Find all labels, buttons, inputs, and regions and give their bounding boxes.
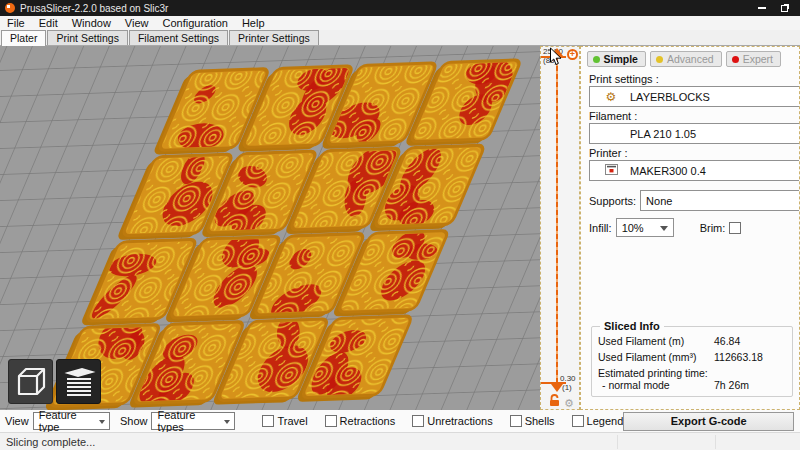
travel-checkbox-group[interactable]: Travel — [262, 415, 307, 427]
status-bar: Slicing complete... — [0, 432, 800, 450]
view-label: View — [5, 415, 29, 427]
preview-view-button[interactable] — [56, 359, 101, 404]
normal-mode-label: - normal mode — [598, 379, 714, 391]
legend-checkbox[interactable] — [572, 415, 584, 427]
print-settings-combobox[interactable]: ⚙ LAYERBLOCKS — [589, 86, 800, 107]
supports-combobox[interactable]: None — [640, 190, 800, 211]
printer-value: MAKER300 0.4 — [630, 165, 706, 177]
print-settings-label: Print settings : — [589, 73, 799, 85]
infill-combobox[interactable]: 10% — [616, 218, 674, 237]
menu-bar: File Edit Window View Configuration Help — [0, 16, 800, 30]
tab-plater[interactable]: Plater — [1, 30, 46, 46]
one-layer-lock-icon[interactable] — [549, 394, 560, 407]
mode-simple-label: Simple — [604, 53, 638, 65]
menu-window[interactable]: Window — [65, 16, 118, 30]
legend-label: Legend — [587, 415, 624, 427]
shells-checkbox-group[interactable]: Shells — [510, 415, 555, 427]
supports-label: Supports: — [589, 195, 636, 207]
statusbar-divider — [617, 435, 618, 449]
mode-simple-button[interactable]: Simple — [587, 51, 646, 67]
prusaslicer-logo-icon — [5, 3, 15, 13]
layer-min-number: (1) — [562, 383, 572, 392]
mode-advanced-label: Advanced — [667, 53, 714, 65]
minimize-icon — [758, 7, 766, 9]
sliced-info-title: Sliced Info — [600, 320, 664, 332]
shells-label: Shells — [525, 415, 555, 427]
expert-mode-dot-icon — [732, 56, 739, 63]
layer-min-height: 0.30 — [560, 374, 576, 383]
used-filament-mm3-label: Used Filament (mm³) — [598, 351, 714, 363]
view-select-value: Feature type — [39, 409, 93, 433]
show-label: Show — [120, 415, 148, 427]
minimize-button[interactable] — [751, 1, 773, 15]
printer-combobox[interactable]: MAKER300 0.4 — [589, 160, 800, 181]
export-gcode-button[interactable]: Export G-code — [623, 412, 794, 431]
chevron-down-icon — [99, 420, 105, 424]
menu-edit[interactable]: Edit — [32, 16, 65, 30]
advanced-mode-dot-icon — [656, 56, 663, 63]
tab-printer-settings[interactable]: Printer Settings — [229, 30, 319, 45]
settings-panel: Simple Advanced Expert Print settings : … — [580, 46, 800, 410]
brim-label: Brim: — [700, 222, 726, 234]
show-select-value: Feature types — [157, 409, 218, 433]
editor-view-button[interactable] — [8, 359, 53, 404]
unretractions-checkbox-group[interactable]: Unretractions — [412, 415, 492, 427]
menu-view[interactable]: View — [118, 16, 156, 30]
main-area: 25.50 (85) + 0.30 (1) ⚙ Simple — [0, 46, 800, 410]
retractions-checkbox[interactable] — [325, 415, 337, 427]
infill-value: 10% — [622, 222, 644, 234]
unretractions-checkbox[interactable] — [412, 415, 424, 427]
mode-expert-label: Expert — [743, 53, 773, 65]
print-bed — [0, 46, 540, 410]
chevron-down-icon — [660, 226, 668, 231]
retractions-checkbox-group[interactable]: Retractions — [325, 415, 396, 427]
slider-settings-gear-icon[interactable]: ⚙ — [564, 397, 574, 410]
retractions-label: Retractions — [340, 415, 396, 427]
used-filament-mm3-value: 112663.18 — [714, 351, 763, 363]
mode-advanced-button[interactable]: Advanced — [650, 51, 722, 67]
panel-spacer — [589, 237, 799, 326]
menu-configuration[interactable]: Configuration — [155, 16, 234, 30]
view-select[interactable]: Feature type — [33, 412, 110, 430]
menu-help[interactable]: Help — [235, 16, 272, 30]
filament-combobox[interactable]: PLA 210 1.05 — [589, 123, 800, 144]
unretractions-label: Unretractions — [427, 415, 492, 427]
sliced-info-box: Sliced Info Used Filament (m) 46.84 Used… — [591, 326, 793, 397]
maximize-button[interactable] — [773, 1, 795, 15]
plater-3d-scene[interactable] — [0, 46, 540, 410]
print-settings-gear-icon: ⚙ — [600, 90, 622, 104]
filament-value: PLA 210 1.05 — [630, 128, 696, 140]
shells-checkbox[interactable] — [510, 415, 522, 427]
travel-label: Travel — [277, 415, 307, 427]
add-color-change-button[interactable]: + — [567, 49, 578, 60]
travel-checkbox[interactable] — [262, 415, 274, 427]
view-toggle-group — [8, 359, 101, 404]
status-text: Slicing complete... — [6, 436, 95, 448]
layer-slider[interactable]: 25.50 (85) + 0.30 (1) ⚙ — [540, 46, 580, 410]
normal-mode-value: 7h 26m — [714, 379, 749, 391]
infill-label: Infill: — [589, 222, 612, 234]
tab-print-settings[interactable]: Print Settings — [47, 30, 127, 45]
plater-3d-viewport[interactable] — [0, 46, 540, 410]
tab-filament-settings[interactable]: Filament Settings — [129, 30, 228, 45]
menu-file[interactable]: File — [0, 16, 32, 30]
show-select[interactable]: Feature types — [151, 412, 235, 430]
mouse-cursor — [549, 47, 563, 67]
used-filament-m-value: 46.84 — [714, 335, 740, 347]
brim-checkbox[interactable] — [729, 222, 741, 234]
legend-checkbox-group[interactable]: Legend — [572, 415, 624, 427]
layer-slider-track[interactable] — [556, 58, 558, 382]
printer-label: Printer : — [589, 147, 799, 159]
title-bar: PrusaSlicer-2.2.0 based on Slic3r — [0, 0, 800, 16]
filament-label: Filament : — [589, 110, 799, 122]
preview-toolbar: View Feature type Show Feature types Tra… — [0, 410, 800, 432]
statusbar-divider — [715, 435, 716, 449]
used-filament-m-label: Used Filament (m) — [598, 335, 714, 347]
layers-icon — [62, 365, 96, 399]
cube-icon — [14, 365, 48, 399]
chevron-down-icon — [224, 420, 230, 424]
printer-icon — [600, 164, 622, 177]
mode-expert-button[interactable]: Expert — [726, 51, 781, 67]
tab-bar: Plater Print Settings Filament Settings … — [0, 30, 800, 46]
window-title: PrusaSlicer-2.2.0 based on Slic3r — [20, 3, 751, 14]
